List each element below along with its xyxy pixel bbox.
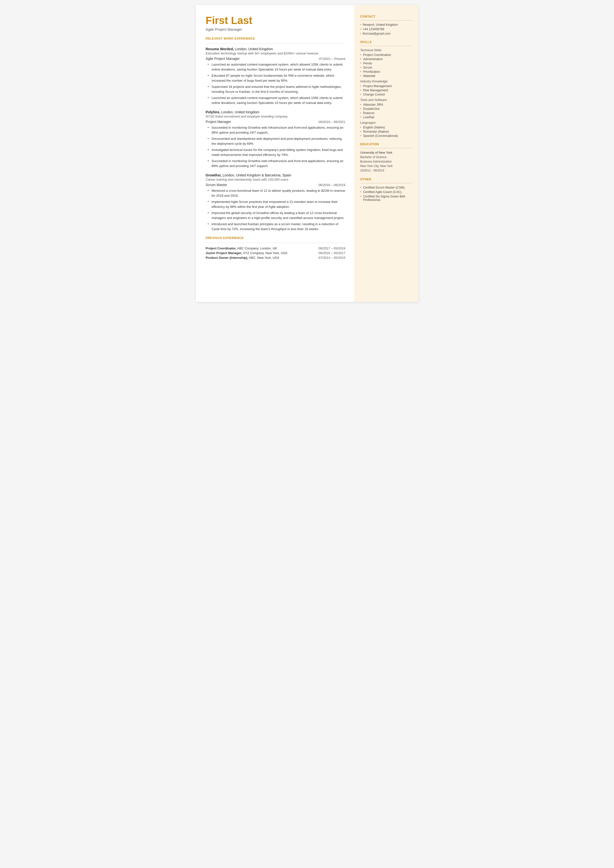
candidate-title: Agile Project Manager — [206, 27, 346, 31]
job-dates-1: 07/2021 – Present — [319, 57, 345, 61]
company-name-bold-1: Resume Worded, — [206, 47, 234, 51]
other-section: OTHER Certified Scrum Master (CSM). Cert… — [360, 178, 412, 202]
contact-title: CONTACT — [360, 15, 412, 18]
prev-exp-left-3: Product Owner (Internship), ABC, New Yor… — [206, 256, 319, 259]
prev-exp-title-bold-1: Project Coordinator, — [206, 247, 237, 250]
skill-item: Scrum — [360, 66, 412, 69]
education-school: University of New York — [360, 151, 412, 154]
skill-item: Administration — [360, 57, 412, 61]
list-item: Succeeded in monitoring Growthsi web inf… — [208, 125, 346, 135]
list-item: Documented and standardized web deployme… — [208, 136, 346, 146]
prev-exp-title-rest-2: XYZ Company, New York, USA — [242, 251, 287, 255]
tools-skills-label: Tools and Software: — [360, 98, 412, 102]
skill-item: Romanian (Native) — [360, 130, 412, 134]
company-name-bold-2: Polyhire, — [206, 110, 220, 114]
skill-item: Atlassian JIRA — [360, 103, 412, 106]
company-name-rest-3: London, United Kingdom & Barcelona, Spai… — [222, 173, 291, 177]
left-column: First Last Agile Project Manager RELEVAN… — [196, 5, 354, 302]
company-block-1: Resume Worded, London, United Kingdom Ed… — [206, 47, 346, 105]
contact-location: Newport, United Kingdom — [360, 23, 412, 26]
divider-education — [360, 148, 412, 148]
prev-exp-title-bold-2: Junior Project Manager, — [206, 251, 242, 255]
contact-section: CONTACT Newport, United Kingdom +44 1234… — [360, 15, 412, 36]
divider-other — [360, 183, 412, 183]
company-desc-3: Career training and membership SaaS with… — [206, 178, 346, 182]
education-section: EDUCATION University of New York Bachelo… — [360, 143, 412, 173]
company-name-bold-3: Growthsi, — [206, 173, 222, 177]
skill-item: Project Coordination — [360, 53, 412, 57]
contact-phone: +44 123456789 — [360, 28, 412, 31]
list-item: Improved the global security of Growthsi… — [208, 211, 346, 220]
bullet-list-2: Succeeded in monitoring Growthsi web inf… — [206, 125, 346, 168]
list-item: Investigated technical issues for the co… — [208, 148, 346, 157]
list-item: Mentored a cross-functional team of 12 t… — [208, 188, 346, 198]
prev-exp-dates-3: 07/2014 – 05/2015 — [318, 256, 345, 259]
right-column: CONTACT Newport, United Kingdom +44 1234… — [354, 5, 419, 302]
other-item: Certified Scrum Master (CSM). — [360, 186, 412, 189]
list-item: Launched an automated content management… — [208, 96, 346, 105]
skill-item: Project Management — [360, 84, 412, 88]
company-name-1: Resume Worded, London, United Kingdom — [206, 47, 346, 51]
skill-item: English (Native) — [360, 126, 412, 129]
job-title-1: Agile Project Manager — [206, 57, 240, 61]
prev-exp-row-2: Junior Project Manager, XYZ Company, New… — [206, 251, 346, 255]
list-item: Launched an automated content management… — [208, 62, 346, 72]
company-name-2: Polyhire, London, United Kingdom — [206, 110, 346, 114]
education-dates: 10/2011 - 06/2014 — [360, 168, 412, 173]
company-name-rest-1: London, United Kingdom — [234, 47, 273, 51]
other-item: Certified Agile Coach (CAC). — [360, 190, 412, 194]
education-field: Business Administration — [360, 159, 412, 164]
skill-item: Risk Management — [360, 89, 412, 92]
prev-exp-left-1: Project Coordinator, ABC Company, London… — [206, 247, 319, 250]
technical-skills-label: Technical Skills: — [360, 48, 412, 52]
list-item: Implemented Agile Scrum practices that e… — [208, 199, 346, 209]
section-relevant-work-title: RELEVANT WORK EXPERIENCE — [206, 37, 346, 40]
skill-item: LiveRail — [360, 116, 412, 119]
prev-exp-row-3: Product Owner (Internship), ABC, New Yor… — [206, 256, 346, 259]
contact-email: first.last@gmail.com — [360, 32, 412, 36]
job-header-2: Project Manager 09/2019 – 06/2021 — [206, 120, 346, 124]
education-degree: Bachelor of Science — [360, 155, 412, 159]
education-title: EDUCATION — [360, 143, 412, 146]
prev-exp-title-rest-3: ABC, New York, USA — [248, 256, 279, 259]
job-title-2: Project Manager — [206, 120, 231, 124]
bullet-list-3: Mentored a cross-functional team of 12 t… — [206, 188, 346, 231]
list-item: Succeeded in monitoring Growthsi web inf… — [208, 158, 346, 168]
other-item: Certified Six Sigma Green Belt Professio… — [360, 195, 412, 202]
languages-label: Languages: — [360, 121, 412, 124]
job-title-3: Scrum Master — [206, 183, 227, 187]
skill-item: Spanish (Conversational) — [360, 134, 412, 138]
skill-item: DoubleClick — [360, 107, 412, 110]
skill-item: Pendo — [360, 62, 412, 65]
list-item: Educated 87 people on Agile Scrum fundam… — [208, 73, 346, 83]
job-header-3: Scrum Master 06/2018 – 08/2019 — [206, 183, 346, 187]
skills-title: SKILLS — [360, 40, 412, 44]
bullet-list-1: Launched an automated content management… — [206, 62, 346, 105]
job-dates-2: 09/2019 – 06/2021 — [318, 120, 345, 124]
prev-exp-title-rest-1: ABC Company, London, UK — [236, 247, 277, 250]
prev-exp-dates-1: 06/2017 – 05/2018 — [318, 247, 345, 250]
prev-exp-left-2: Junior Project Manager, XYZ Company, New… — [206, 251, 319, 255]
section-previous-exp-title: PREVIOUS EXPERIENCE — [206, 236, 346, 240]
job-header-1: Agile Project Manager 07/2021 – Present — [206, 57, 346, 61]
job-dates-3: 06/2018 – 08/2019 — [318, 183, 345, 187]
resume-container: First Last Agile Project Manager RELEVAN… — [196, 5, 419, 302]
company-block-3: Growthsi, London, United Kingdom & Barce… — [206, 173, 346, 231]
list-item: Supervised 34 projects and ensured that … — [208, 84, 346, 94]
list-item: Introduced and launched Kanban principle… — [208, 222, 346, 231]
skill-item: Rubicon — [360, 111, 412, 115]
skill-item: Prioritization — [360, 70, 412, 73]
education-location: New York City, New York — [360, 164, 412, 168]
candidate-name: First Last — [206, 15, 346, 26]
company-name-3: Growthsi, London, United Kingdom & Barce… — [206, 173, 346, 177]
company-block-2: Polyhire, London, United Kingdom NYSE-li… — [206, 110, 346, 168]
divider-skills — [360, 46, 412, 46]
prev-exp-title-bold-3: Product Owner (Internship), — [206, 256, 248, 259]
prev-exp-dates-2: 06/2016 – 05/2017 — [318, 251, 345, 255]
company-desc-1: Education technology startup with 50+ em… — [206, 51, 346, 55]
company-desc-2: NYSE-listed recruitment and employer bra… — [206, 115, 346, 118]
industry-skills-label: Industry Knowledge: — [360, 80, 412, 83]
skills-section: SKILLS Technical Skills: Project Coordin… — [360, 40, 412, 138]
prev-exp-row-1: Project Coordinator, ABC Company, London… — [206, 247, 346, 250]
skill-item: Change Control — [360, 93, 412, 96]
